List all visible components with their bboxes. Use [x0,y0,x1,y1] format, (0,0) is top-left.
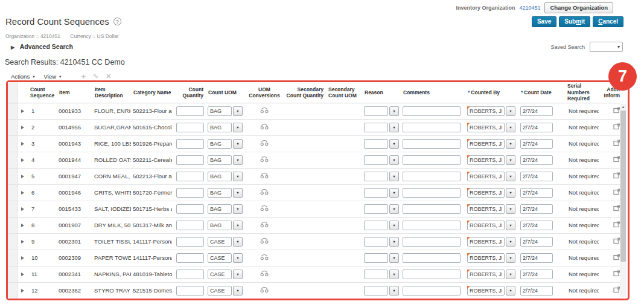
count-quantity-input[interactable] [176,204,204,214]
comments-input[interactable] [403,139,461,149]
counted-by-input[interactable] [467,155,505,165]
count-uom-input[interactable] [208,172,232,181]
uom-conversions-icon[interactable] [260,254,269,260]
counted-by-dropdown-button[interactable]: ▼ [506,139,515,149]
expand-row-icon[interactable] [21,126,24,129]
change-organization-button[interactable]: Change Organization [544,2,613,13]
count-date-input[interactable] [520,270,553,279]
count-date-input[interactable] [520,237,553,247]
expand-row-icon[interactable] [21,289,24,292]
count-quantity-input[interactable] [176,221,204,230]
row-header-cell[interactable] [8,168,17,184]
item-link[interactable]: 0002341 [59,271,81,277]
row-header-cell[interactable] [8,266,17,282]
scrollbar-thumb[interactable] [620,111,626,262]
comments-input[interactable] [403,237,461,247]
expand-row-icon[interactable] [21,142,24,146]
count-uom-dropdown-button[interactable]: ▼ [233,286,243,296]
counted-by-dropdown-button[interactable]: ▼ [506,106,515,116]
count-uom-dropdown-button[interactable]: ▼ [233,139,243,149]
comments-input[interactable] [403,155,461,165]
comments-input[interactable] [403,253,461,263]
uom-conversions-icon[interactable] [260,140,269,146]
counted-by-dropdown-button[interactable]: ▼ [506,270,515,279]
uom-conversions-icon[interactable] [260,172,269,179]
uom-conversions-icon[interactable] [260,205,269,212]
count-uom-dropdown-button[interactable]: ▼ [233,123,243,132]
help-icon[interactable]: ? [113,18,121,25]
reason-dropdown-button[interactable]: ▼ [389,237,399,247]
reason-input[interactable] [364,286,388,296]
counted-by-input[interactable] [467,172,505,181]
uom-conversions-icon[interactable] [260,107,269,114]
reason-dropdown-button[interactable]: ▼ [389,253,399,263]
count-uom-dropdown-button[interactable]: ▼ [233,155,243,165]
item-link[interactable]: 0001933 [59,108,81,114]
count-uom-input[interactable] [208,204,232,214]
reason-dropdown-button[interactable]: ▼ [389,172,399,181]
reason-input[interactable] [364,221,388,230]
row-header-cell[interactable] [8,184,17,201]
reason-dropdown-button[interactable]: ▼ [389,123,399,132]
counted-by-dropdown-button[interactable]: ▼ [506,237,515,247]
comments-input[interactable] [403,204,461,214]
reason-input[interactable] [364,237,388,247]
count-quantity-input[interactable] [176,139,204,149]
reason-input[interactable] [364,155,388,165]
count-quantity-input[interactable] [176,253,204,263]
count-uom-input[interactable] [208,123,232,132]
actions-menu[interactable]: Actions ▼ [11,73,36,80]
inventory-organization-link[interactable]: 4210451 [519,5,540,11]
counted-by-input[interactable] [467,270,505,279]
uom-conversions-icon[interactable] [260,123,269,130]
reason-input[interactable] [364,139,388,149]
count-date-input[interactable] [520,286,553,296]
count-date-input[interactable] [520,139,553,149]
item-link[interactable]: 0002309 [59,254,81,261]
item-link[interactable]: 0001943 [59,140,81,147]
comments-input[interactable] [403,188,461,198]
row-header-cell[interactable] [8,233,17,250]
reason-dropdown-button[interactable]: ▼ [389,155,399,165]
edit-row-icon[interactable]: ✎ [93,73,98,80]
reason-dropdown-button[interactable]: ▼ [389,221,399,230]
count-uom-dropdown-button[interactable]: ▼ [233,204,243,214]
reason-input[interactable] [364,253,388,263]
count-uom-dropdown-button[interactable]: ▼ [233,237,243,247]
count-date-input[interactable] [520,221,553,230]
counted-by-input[interactable] [467,221,505,230]
count-date-input[interactable] [520,188,553,198]
uom-conversions-icon[interactable] [260,189,269,195]
counted-by-dropdown-button[interactable]: ▼ [506,204,515,214]
expand-row-icon[interactable] [21,224,24,227]
comments-input[interactable] [403,123,461,132]
uom-conversions-icon[interactable] [260,221,269,228]
counted-by-input[interactable] [467,106,505,116]
item-link[interactable]: 0001944 [59,157,81,163]
comments-input[interactable] [403,221,461,230]
vertical-scrollbar[interactable]: ▲ [620,104,626,297]
count-date-input[interactable] [520,253,553,263]
count-date-input[interactable] [520,172,553,181]
counted-by-dropdown-button[interactable]: ▼ [506,172,515,181]
count-uom-dropdown-button[interactable]: ▼ [233,221,243,230]
count-date-input[interactable] [520,106,553,116]
submit-button[interactable]: Submit [559,16,590,27]
count-quantity-input[interactable] [176,286,204,296]
delete-row-icon[interactable]: ✕ [106,73,111,80]
reason-dropdown-button[interactable]: ▼ [389,106,399,116]
count-uom-input[interactable] [208,286,232,296]
item-link[interactable]: 0001946 [59,189,81,196]
expand-row-icon[interactable] [21,273,24,276]
uom-conversions-icon[interactable] [260,156,269,163]
item-link[interactable]: 0001947 [59,173,81,179]
reason-input[interactable] [364,172,388,181]
count-quantity-input[interactable] [176,237,204,247]
item-link[interactable]: 0002362 [59,287,81,294]
count-uom-input[interactable] [208,237,232,247]
count-uom-input[interactable] [208,139,232,149]
counted-by-input[interactable] [467,237,505,247]
save-button[interactable]: Save [532,16,556,27]
expand-row-icon[interactable] [21,256,24,260]
reason-dropdown-button[interactable]: ▼ [389,188,399,198]
